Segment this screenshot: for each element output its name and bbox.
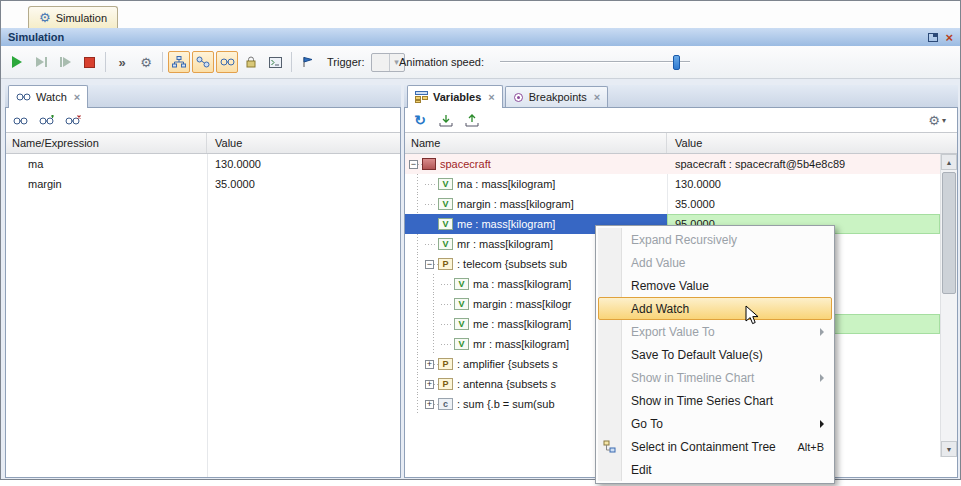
console-button[interactable]	[264, 51, 286, 73]
gear-icon: ⚙	[928, 114, 940, 127]
value-property-icon: V	[438, 178, 453, 190]
save-value-button[interactable]	[462, 111, 482, 129]
context-menu-item[interactable]: Save To Default Value(s)	[598, 343, 832, 366]
submenu-arrow-icon	[820, 420, 824, 428]
float-window-icon[interactable]	[928, 33, 938, 42]
tree-guide-line	[425, 294, 441, 314]
submenu-arrow-icon	[820, 328, 824, 336]
menu-item-label: Add Watch	[631, 302, 689, 316]
tree-row[interactable]: Vma : mass[kilogram]130.0000	[405, 174, 940, 194]
value-property-icon: V	[454, 338, 469, 350]
watch-row[interactable]: ma130.0000	[6, 154, 400, 174]
tree-node-label: mr : mass[kilogram]	[473, 334, 569, 354]
context-menu-item[interactable]: Edit	[598, 458, 832, 481]
trigger-button[interactable]	[297, 51, 319, 73]
column-header-value[interactable]: Value	[667, 133, 957, 153]
trigger-flag-icon	[302, 56, 314, 68]
vertical-scrollbar[interactable]: ▲ ▼	[940, 154, 957, 457]
tree-value-cell: 130.0000	[667, 174, 940, 194]
tree-node-label: : antenna {subsets s	[457, 374, 556, 394]
pause-button	[54, 51, 76, 73]
glasses-icon	[13, 115, 29, 126]
show-runtime-values-toggle[interactable]	[216, 51, 238, 73]
watch-tab-label: Watch	[36, 91, 67, 103]
tree-stub-line	[441, 274, 454, 294]
tab-variables[interactable]: Variables ×	[407, 85, 503, 108]
tree-expander[interactable]: −	[409, 160, 418, 169]
tab-simulation[interactable]: ⚙ Simulation	[28, 6, 118, 28]
run-button[interactable]	[6, 51, 28, 73]
tree-expander[interactable]: +	[425, 360, 434, 369]
export-value-button[interactable]	[436, 111, 456, 129]
dropdown-arrow-icon: ▾	[942, 116, 946, 125]
toolbar-overflow-button[interactable]: »	[111, 51, 133, 73]
context-menu-item[interactable]: Select in Containment TreeAlt+B	[598, 435, 832, 458]
watch-row[interactable]: margin35.0000	[6, 174, 400, 194]
variables-toolbar: ↻ ⚙ ▾	[405, 108, 957, 132]
remove-watch-button[interactable]	[63, 111, 83, 129]
tree-row[interactable]: Vmargin : mass[kilogram]35.0000	[405, 194, 940, 214]
close-tab-icon[interactable]: ×	[74, 92, 80, 103]
tree-node-label: : telecom {subsets sub	[457, 254, 567, 274]
trigger-label: Trigger:	[327, 56, 365, 68]
menu-item-label: Go To	[631, 417, 663, 431]
tree-guide-line	[409, 294, 425, 314]
context-menu-item[interactable]: Go To	[598, 412, 832, 435]
export-tray-icon	[439, 114, 453, 127]
simulation-options-button[interactable]: ⚙	[135, 51, 157, 73]
watch-name-cell: margin	[6, 178, 207, 190]
tree-guide-line	[409, 174, 425, 194]
column-header-name-expression[interactable]: Name/Expression	[6, 133, 207, 153]
watch-name-cell: ma	[6, 158, 207, 170]
table-options-button[interactable]: ⚙ ▾	[928, 114, 952, 127]
tree-expander[interactable]: +	[425, 380, 434, 389]
panel-titlebar[interactable]: Simulation ×	[1, 28, 960, 46]
animate-diagrams-toggle[interactable]	[168, 51, 190, 73]
add-watch-expression-button[interactable]	[37, 111, 57, 129]
menu-item-label: Show in Timeline Chart	[631, 371, 754, 385]
menu-item-label: Edit	[631, 463, 652, 477]
tab-watch[interactable]: Watch ×	[8, 85, 88, 108]
close-tab-icon[interactable]: ×	[488, 92, 494, 103]
tree-expander[interactable]: +	[425, 400, 434, 409]
tree-name-cell: −spacecraft	[405, 154, 667, 174]
tree-node-label: me : mass[kilogram]	[473, 314, 571, 334]
tab-breakpoints[interactable]: Breakpoints ×	[505, 86, 609, 107]
menu-item-label: Show in Time Series Chart	[631, 394, 773, 408]
tree-stub-line	[425, 194, 438, 214]
tree-guide-line	[425, 274, 441, 294]
animation-speed-slider-handle[interactable]	[673, 55, 680, 70]
menu-item-label: Select in Containment Tree	[631, 440, 776, 454]
context-menu-item[interactable]: Show in Time Series Chart	[598, 389, 832, 412]
terminate-button[interactable]	[78, 51, 100, 73]
outer-tab-label: Simulation	[56, 12, 107, 24]
refresh-icon: ↻	[414, 113, 426, 127]
column-header-value[interactable]: Value	[207, 133, 400, 153]
close-window-icon[interactable]: ×	[945, 31, 953, 44]
watch-glasses-icon	[16, 92, 31, 102]
context-menu-item[interactable]: Add Watch	[598, 297, 832, 320]
show-active-states-toggle[interactable]	[192, 51, 214, 73]
state-nodes-icon	[196, 56, 210, 68]
refresh-button[interactable]: ↻	[410, 111, 430, 129]
animation-speed-slider[interactable]	[500, 53, 690, 71]
column-header-name[interactable]: Name	[405, 133, 667, 153]
close-tab-icon[interactable]: ×	[594, 92, 600, 103]
containment-tree-icon	[603, 440, 616, 456]
tree-row[interactable]: −spacecraftspacecraft : spacecraft@5b4e8…	[405, 154, 940, 174]
gear-icon: ⚙	[140, 56, 152, 69]
tree-node-label: ma : mass[kilogram]	[473, 274, 571, 294]
value-property-icon: V	[438, 218, 453, 230]
context-menu-item[interactable]: Remove Value	[598, 274, 832, 297]
scroll-up-button[interactable]: ▲	[941, 154, 957, 170]
scroll-thumb[interactable]	[942, 172, 956, 294]
lock-button[interactable]	[240, 51, 262, 73]
scroll-down-button[interactable]: ▼	[941, 441, 957, 457]
tree-guide-line	[409, 394, 425, 414]
tree-stub-line	[425, 174, 438, 194]
glasses-remove-icon	[65, 115, 81, 126]
add-watch-button[interactable]	[11, 111, 31, 129]
tree-stub-line	[441, 314, 454, 334]
tree-expander[interactable]: −	[425, 260, 434, 269]
submenu-arrow-icon	[820, 374, 824, 382]
